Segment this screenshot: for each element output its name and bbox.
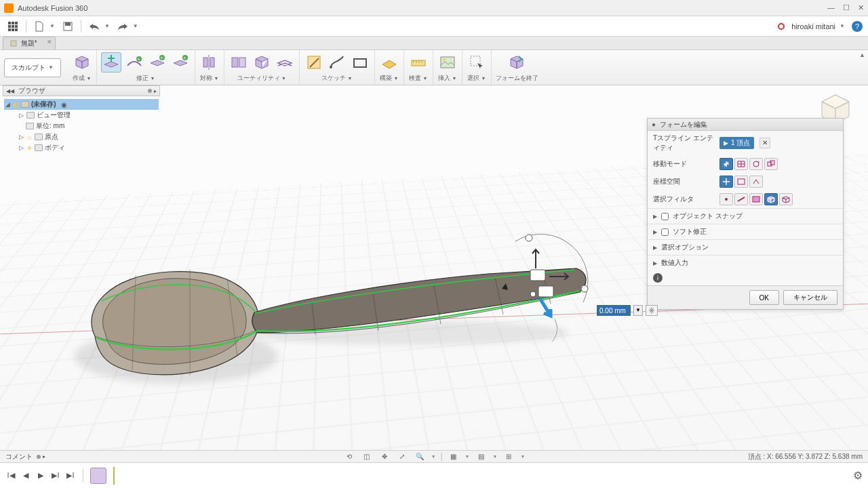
svg-rect-19 bbox=[239, 58, 245, 67]
minimize-button[interactable]: — bbox=[827, 3, 835, 12]
tree-item-views[interactable]: ▷ ビュー管理 bbox=[4, 110, 159, 121]
timeline-marker[interactable] bbox=[113, 467, 115, 485]
snap-checkbox[interactable] bbox=[661, 213, 669, 220]
navigation-toolbar: ⟲ ◫ ✥ ⤢ 🔍▼ ▦▼ ▤▼ ⊞▼ bbox=[343, 452, 526, 462]
info-icon[interactable]: i bbox=[653, 273, 663, 283]
timeline-play[interactable]: ▶ bbox=[35, 470, 46, 481]
comment-pin-icon[interactable]: ▸ bbox=[37, 453, 45, 460]
timeline-end[interactable]: ▶I bbox=[65, 470, 76, 481]
title-bar: Autodesk Fusion 360 — ☐ ✕ bbox=[0, 0, 868, 16]
entity-selection-chip[interactable]: ▶ 1 頂点 bbox=[719, 137, 754, 149]
ribbon-group-inspect: 検査▼ bbox=[404, 50, 433, 85]
ribbon-collapse-icon[interactable]: ▲ bbox=[859, 52, 865, 58]
section-select-options[interactable]: ▶ 選択オプション bbox=[648, 239, 843, 255]
repair-tool[interactable] bbox=[252, 52, 272, 73]
insert-point-tool[interactable]: + bbox=[170, 52, 191, 73]
maximize-button[interactable]: ☐ bbox=[843, 3, 850, 12]
grid-settings[interactable]: ▤ bbox=[475, 452, 488, 462]
subdivide-tool[interactable]: + bbox=[147, 52, 167, 73]
filter-edge[interactable] bbox=[734, 193, 748, 205]
svg-rect-7 bbox=[12, 28, 14, 31]
look-tool[interactable]: ◫ bbox=[361, 452, 373, 462]
group-label: スケッチ bbox=[321, 74, 346, 83]
timeline-prev[interactable]: ◀ bbox=[20, 470, 31, 481]
floating-numeric-input: ▼ bbox=[597, 305, 658, 316]
panel-header[interactable]: ● フォームを編集 bbox=[648, 119, 843, 131]
select-tool[interactable] bbox=[467, 52, 487, 73]
user-menu[interactable]: hiroaki mitani bbox=[791, 22, 835, 30]
coord-view[interactable] bbox=[734, 176, 748, 188]
line-tool[interactable] bbox=[327, 52, 347, 73]
edit-form-tool[interactable] bbox=[101, 52, 121, 73]
filter-body[interactable] bbox=[764, 193, 778, 205]
file-dropdown-icon[interactable]: ▼ bbox=[50, 23, 55, 29]
svg-rect-1 bbox=[12, 22, 14, 24]
document-tab[interactable]: 無題* ✕ bbox=[3, 37, 56, 49]
viewport-layout[interactable]: ⊞ bbox=[502, 452, 515, 462]
section-numeric[interactable]: ▶ 数値入力 bbox=[648, 255, 843, 270]
make-uniform-tool[interactable] bbox=[275, 52, 295, 73]
clear-selection-button[interactable]: ✕ bbox=[760, 138, 770, 148]
create-sketch-tool[interactable] bbox=[304, 52, 324, 73]
filter-vertex[interactable] bbox=[719, 193, 733, 205]
distance-dropdown[interactable]: ▼ bbox=[633, 305, 643, 316]
workspace-selector[interactable]: スカルプト ▼ bbox=[4, 58, 61, 77]
close-window-button[interactable]: ✕ bbox=[858, 3, 864, 12]
browser-header[interactable]: ◀◀ ブラウザ ▸ bbox=[3, 85, 160, 96]
coord-local[interactable] bbox=[749, 176, 763, 188]
anchor-button[interactable] bbox=[646, 305, 658, 316]
fit-tool[interactable]: 🔍 bbox=[414, 452, 426, 462]
filter-face[interactable] bbox=[749, 193, 763, 205]
save-button[interactable] bbox=[60, 19, 75, 34]
file-button[interactable] bbox=[32, 19, 47, 34]
pan-tool[interactable]: ✥ bbox=[378, 452, 391, 462]
soft-checkbox[interactable] bbox=[661, 228, 669, 236]
filter-all[interactable] bbox=[779, 193, 793, 205]
close-tab-button[interactable]: ✕ bbox=[47, 39, 52, 45]
redo-button[interactable] bbox=[115, 19, 130, 34]
tree-item-bodies[interactable]: ▷☀ ボディ bbox=[4, 142, 159, 153]
model-spoon[interactable] bbox=[54, 201, 597, 390]
move-mode-rotate[interactable] bbox=[749, 158, 763, 170]
orbit-tool[interactable]: ⟲ bbox=[343, 452, 355, 462]
viewport[interactable]: ◀◀ ブラウザ ▸ ◢◐ (未保存) ◉ ▷ ビュー管理 単位: mm ▷☼ 原… bbox=[0, 85, 868, 450]
mirror-tool[interactable] bbox=[199, 52, 220, 73]
undo-button[interactable] bbox=[87, 19, 102, 34]
rectangle-tool[interactable] bbox=[350, 52, 370, 73]
section-soft[interactable]: ▶ ソフト修正 bbox=[648, 224, 843, 239]
insert-edge-tool[interactable]: + bbox=[124, 52, 144, 73]
undo-dropdown-icon[interactable]: ▼ bbox=[104, 23, 110, 29]
timeline-start[interactable]: I◀ bbox=[5, 470, 16, 481]
distance-input[interactable] bbox=[597, 305, 631, 316]
coord-world[interactable] bbox=[719, 176, 733, 188]
move-mode-scale[interactable] bbox=[764, 158, 778, 170]
display-settings[interactable]: ▦ bbox=[448, 452, 460, 462]
timeline-next[interactable]: ▶I bbox=[50, 470, 61, 481]
tree-item-units[interactable]: 単位: mm bbox=[4, 121, 159, 131]
timeline-feature-form[interactable] bbox=[90, 468, 106, 484]
cancel-button[interactable]: キャンセル bbox=[783, 290, 837, 305]
move-mode-triad[interactable] bbox=[719, 158, 733, 170]
redo-dropdown-icon[interactable]: ▼ bbox=[133, 23, 138, 29]
zoom-tool[interactable]: ⤢ bbox=[396, 452, 408, 462]
box-tool[interactable] bbox=[72, 52, 92, 73]
data-panel-button[interactable] bbox=[5, 19, 20, 34]
insert-image-tool[interactable] bbox=[437, 52, 458, 73]
browser-pin-icon[interactable]: ▸ bbox=[148, 88, 157, 94]
plane-tool[interactable] bbox=[379, 52, 399, 73]
measure-tool[interactable] bbox=[408, 52, 429, 73]
section-snap[interactable]: ▶ オブジェクト スナップ bbox=[648, 208, 843, 224]
user-dropdown-icon[interactable]: ▼ bbox=[840, 23, 845, 29]
tree-item-origin[interactable]: ▷☼ 原点 bbox=[4, 131, 159, 142]
comment-label[interactable]: コメント bbox=[5, 452, 33, 462]
finish-form-button[interactable] bbox=[507, 52, 527, 73]
app-icon bbox=[4, 3, 14, 13]
move-mode-plane[interactable] bbox=[734, 158, 748, 170]
help-button[interactable]: ? bbox=[852, 21, 863, 32]
timeline-settings[interactable]: ⚙ bbox=[853, 469, 863, 482]
record-icon[interactable] bbox=[778, 23, 785, 30]
gear-icon: ● bbox=[652, 121, 656, 128]
display-mode-tool[interactable] bbox=[229, 52, 249, 73]
tree-root[interactable]: ◢◐ (未保存) ◉ bbox=[4, 99, 159, 110]
ok-button[interactable]: OK bbox=[749, 290, 779, 305]
